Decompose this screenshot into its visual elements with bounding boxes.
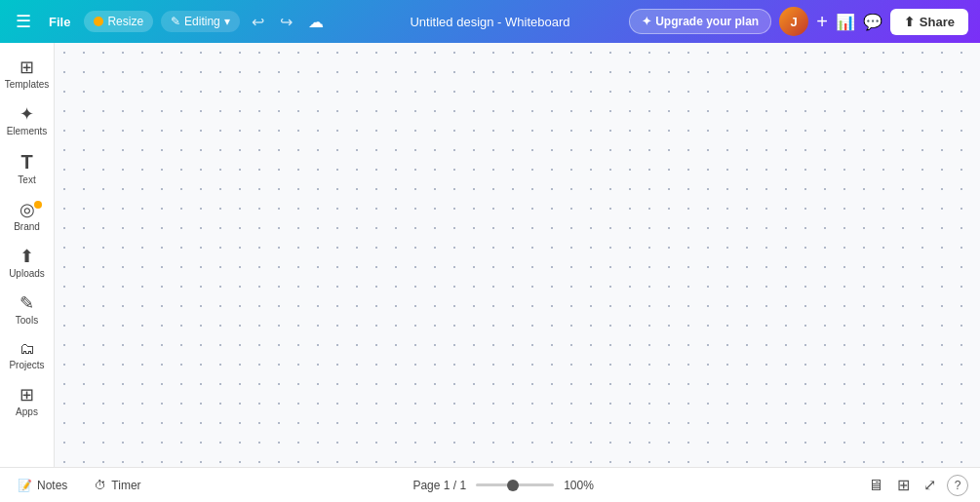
header: ☰ File Resize ✎ Editing ▾ ↩ ↪ ☁ Untitled… bbox=[0, 0, 980, 43]
comments-button[interactable]: 💬 bbox=[863, 13, 882, 31]
document-title: Untitled design - Whiteboard bbox=[410, 15, 569, 29]
share-icon: ⬆ bbox=[904, 15, 915, 29]
add-collaborator-button[interactable]: + bbox=[816, 11, 828, 33]
text-icon: T bbox=[20, 152, 32, 172]
tools-label: Tools bbox=[16, 315, 38, 326]
brand-icon: ◎ bbox=[20, 201, 35, 218]
undo-button[interactable]: ↩ bbox=[248, 9, 268, 35]
footer-left: 📝 Notes ⏱ Timer bbox=[12, 475, 147, 496]
projects-icon: 🗂 bbox=[20, 341, 35, 357]
desktop-view-button[interactable]: 🖥 bbox=[865, 474, 886, 497]
templates-icon: ⊞ bbox=[20, 58, 34, 76]
sidebar-item-projects[interactable]: 🗂 Projects bbox=[0, 333, 54, 378]
grid-view-button[interactable]: ⊞ bbox=[894, 473, 913, 497]
sidebar-item-text[interactable]: T Text bbox=[0, 144, 54, 193]
editing-label: Editing bbox=[184, 15, 220, 28]
timer-label: Timer bbox=[111, 479, 140, 492]
resize-label: Resize bbox=[107, 15, 143, 28]
star-icon: ✦ bbox=[642, 15, 651, 28]
elements-icon: ✦ bbox=[20, 105, 34, 123]
apps-icon: ⊞ bbox=[20, 386, 34, 404]
help-button[interactable]: ? bbox=[947, 475, 968, 496]
uploads-icon: ⬆ bbox=[20, 248, 34, 265]
notes-button[interactable]: 📝 Notes bbox=[12, 475, 73, 496]
zoom-slider[interactable] bbox=[476, 483, 554, 486]
timer-button[interactable]: ⏱ Timer bbox=[89, 475, 146, 496]
upgrade-label: Upgrade your plan bbox=[655, 15, 759, 28]
editing-button[interactable]: ✎ Editing ▾ bbox=[161, 11, 240, 32]
brand-label: Brand bbox=[14, 221, 40, 232]
notes-label: Notes bbox=[37, 479, 67, 492]
sidebar-item-uploads[interactable]: ⬆ Uploads bbox=[0, 240, 54, 287]
sidebar-item-apps[interactable]: ⊞ Apps bbox=[0, 378, 54, 425]
apps-label: Apps bbox=[16, 406, 38, 417]
sidebar-item-tools[interactable]: ✎ Tools bbox=[0, 287, 54, 333]
file-menu-button[interactable]: File bbox=[43, 11, 76, 33]
fullscreen-button[interactable]: ⤢ bbox=[921, 473, 939, 497]
redo-button[interactable]: ↪ bbox=[276, 9, 296, 35]
header-right: ✦ Upgrade your plan J + 📊 💬 ⬆ Share bbox=[629, 7, 968, 36]
page-info: Page 1 / 1 bbox=[412, 479, 466, 492]
upgrade-button[interactable]: ✦ Upgrade your plan bbox=[629, 9, 771, 34]
elements-label: Elements bbox=[7, 126, 48, 136]
sidebar-item-elements[interactable]: ✦ Elements bbox=[0, 97, 54, 144]
share-label: Share bbox=[920, 15, 955, 29]
uploads-label: Uploads bbox=[9, 268, 45, 279]
share-button[interactable]: ⬆ Share bbox=[890, 9, 968, 35]
tools-icon: ✎ bbox=[20, 294, 34, 312]
footer-center: Page 1 / 1 100% bbox=[163, 479, 849, 492]
hamburger-button[interactable]: ☰ bbox=[12, 7, 35, 36]
header-left: ☰ File Resize ✎ Editing ▾ ↩ ↪ ☁ bbox=[12, 7, 328, 36]
timer-icon: ⏱ bbox=[95, 479, 106, 492]
cloud-save-button[interactable]: ☁ bbox=[304, 9, 328, 35]
resize-button[interactable]: Resize bbox=[84, 11, 153, 32]
footer-right: 🖥 ⊞ ⤢ ? bbox=[865, 473, 968, 497]
chevron-down-icon: ▾ bbox=[224, 15, 230, 28]
sidebar-item-brand[interactable]: ◎ Brand bbox=[0, 193, 54, 240]
canvas-area[interactable] bbox=[55, 43, 980, 467]
sidebar-item-templates[interactable]: ⊞ Templates bbox=[0, 51, 54, 97]
brand-badge bbox=[34, 201, 42, 209]
analytics-button[interactable]: 📊 bbox=[836, 13, 855, 31]
footer: 📝 Notes ⏱ Timer Page 1 / 1 100% 🖥 ⊞ ⤢ ? bbox=[0, 467, 980, 502]
zoom-percent: 100% bbox=[564, 479, 599, 492]
sidebar: ⊞ Templates ✦ Elements T Text ◎ Brand ⬆ … bbox=[0, 43, 55, 467]
text-label: Text bbox=[18, 174, 35, 185]
templates-label: Templates bbox=[5, 79, 50, 90]
user-avatar[interactable]: J bbox=[779, 7, 808, 36]
projects-label: Projects bbox=[9, 360, 44, 370]
editing-pencil-icon: ✎ bbox=[171, 15, 180, 28]
resize-dot-icon bbox=[94, 17, 103, 26]
notes-icon: 📝 bbox=[18, 479, 32, 492]
main-area: ⊞ Templates ✦ Elements T Text ◎ Brand ⬆ … bbox=[0, 43, 980, 467]
